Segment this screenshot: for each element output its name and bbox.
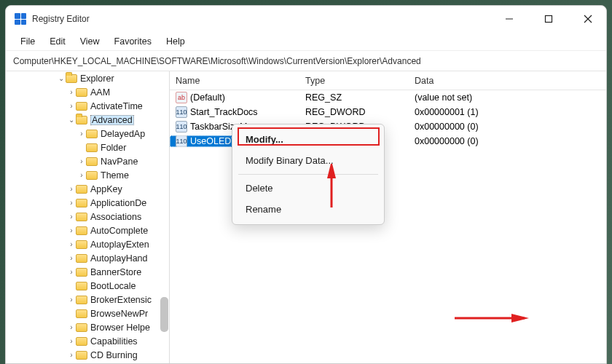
chevron-right-icon[interactable]: › xyxy=(67,268,76,276)
menu-favorites[interactable]: Favorites xyxy=(109,34,157,49)
ctx-rename[interactable]: Rename xyxy=(232,199,384,220)
folder-icon xyxy=(86,171,98,180)
close-button[interactable] xyxy=(571,7,605,31)
chevron-right-icon[interactable]: › xyxy=(67,337,76,345)
svg-rect-1 xyxy=(546,16,552,23)
folder-icon xyxy=(76,309,87,318)
tree-label: AAM xyxy=(90,87,110,98)
dword-value-icon: 110 xyxy=(176,121,187,132)
tree-node[interactable]: ›AutoplayExten xyxy=(6,237,169,251)
tree-label: NavPane xyxy=(101,157,138,167)
menu-edit[interactable]: Edit xyxy=(44,34,71,49)
menu-view[interactable]: View xyxy=(74,34,106,49)
cell-name: ab(Default) xyxy=(170,92,299,103)
menu-help[interactable]: Help xyxy=(160,34,191,49)
tree-node[interactable]: ›DelayedAp xyxy=(6,127,169,141)
column-headers[interactable]: Name Type Data xyxy=(170,71,606,90)
value-row[interactable]: ab(Default)REG_SZ(value not set) xyxy=(170,90,606,105)
tree-node[interactable]: ›BannerStore xyxy=(6,265,169,279)
tree-label: Theme xyxy=(101,170,129,181)
tree-node[interactable]: ›AutoComplete xyxy=(6,223,169,237)
value-name: Start_TrackDocs xyxy=(190,107,258,117)
tree-label: AutoplayHand xyxy=(90,253,148,264)
tree-node[interactable]: ›AppKey xyxy=(6,182,169,196)
tree-label: BootLocale xyxy=(90,281,136,291)
tree-label: ApplicationDe xyxy=(90,198,146,208)
tree-node[interactable]: ›AutoplayHand xyxy=(6,251,169,265)
menu-bar: File Edit View Favorites Help xyxy=(6,32,606,51)
chevron-right-icon[interactable]: › xyxy=(67,323,76,331)
tree-node[interactable]: ›Theme xyxy=(6,168,169,182)
tree-pane[interactable]: ⌄Explorer›AAM›ActivateTime⌄Advanced›Dela… xyxy=(6,71,170,363)
maximize-button[interactable] xyxy=(532,7,565,31)
folder-icon xyxy=(76,268,87,277)
tree-node[interactable]: ›ActivateTime xyxy=(6,99,169,113)
tree-label: Folder xyxy=(101,143,126,153)
cell-name: 110Start_TrackDocs xyxy=(170,106,299,118)
tree-label: Browser Helpe xyxy=(90,323,150,333)
dword-value-icon: 110 xyxy=(176,135,187,147)
ctx-modify-binary[interactable]: Modify Binary Data... xyxy=(232,150,384,171)
tree-label: DelayedAp xyxy=(101,129,145,139)
tree-node[interactable]: ›CD Burning xyxy=(6,348,169,362)
tree-node[interactable]: ›Capabilities xyxy=(6,334,169,348)
tree-label: Capabilities xyxy=(90,336,138,347)
tree-node[interactable]: ›Associations xyxy=(6,210,169,223)
col-name[interactable]: Name xyxy=(170,71,299,90)
tree-node[interactable]: ⌄Explorer xyxy=(6,71,169,85)
title-bar: Registry Editor xyxy=(6,6,606,32)
folder-icon xyxy=(86,157,98,166)
value-row[interactable]: 110Start_TrackDocsREG_DWORD0x00000001 (1… xyxy=(170,105,606,119)
regedit-icon xyxy=(15,13,26,25)
tree-label: CD Burning xyxy=(90,350,138,360)
chevron-down-icon[interactable]: ⌄ xyxy=(57,74,66,82)
chevron-right-icon[interactable]: › xyxy=(67,213,76,221)
cell-data: 0x00000000 (0) xyxy=(409,122,606,132)
tree-node[interactable]: ›BrokerExtensic xyxy=(6,293,169,306)
tree-node[interactable]: BrowseNewPr xyxy=(6,306,169,320)
tree-node[interactable]: ›CommandSto xyxy=(6,362,169,363)
tree-label: Explorer xyxy=(80,74,114,84)
tree-label: AutoplayExten xyxy=(90,240,149,250)
tree-node[interactable]: Folder xyxy=(6,141,169,154)
tree-node[interactable]: BootLocale xyxy=(6,279,169,293)
address-bar[interactable]: Computer\HKEY_LOCAL_MACHINE\SOFTWARE\Mic… xyxy=(6,51,606,71)
col-data[interactable]: Data xyxy=(409,71,606,90)
chevron-right-icon[interactable]: › xyxy=(67,240,76,248)
tree-label: BannerStore xyxy=(90,267,141,277)
chevron-right-icon[interactable]: › xyxy=(67,102,76,110)
tree-label: BrokerExtensic xyxy=(90,295,152,305)
col-type[interactable]: Type xyxy=(299,71,409,90)
dword-value-icon: 110 xyxy=(176,106,187,118)
ctx-delete[interactable]: Delete xyxy=(232,178,384,199)
minimize-button[interactable] xyxy=(493,7,526,31)
folder-icon xyxy=(76,337,87,346)
tree-label: Associations xyxy=(90,212,141,222)
chevron-right-icon[interactable]: › xyxy=(77,171,86,179)
tree-node[interactable]: ›NavPane xyxy=(6,154,169,168)
cell-data: 0x00000001 (1) xyxy=(409,107,606,117)
chevron-right-icon[interactable]: › xyxy=(67,254,76,262)
ctx-modify[interactable]: Modify... xyxy=(232,129,384,150)
address-text: Computer\HKEY_LOCAL_MACHINE\SOFTWARE\Mic… xyxy=(13,56,421,66)
chevron-right-icon[interactable]: › xyxy=(67,226,76,234)
chevron-down-icon[interactable]: ⌄ xyxy=(67,116,76,124)
folder-icon xyxy=(86,143,98,152)
folder-icon xyxy=(76,185,87,194)
chevron-right-icon[interactable]: › xyxy=(77,130,86,138)
chevron-right-icon[interactable]: › xyxy=(67,351,76,359)
folder-icon xyxy=(76,282,87,290)
chevron-right-icon[interactable]: › xyxy=(67,88,76,96)
chevron-right-icon[interactable]: › xyxy=(77,157,86,165)
tree-node[interactable]: ⌄Advanced xyxy=(6,113,169,127)
tree-node[interactable]: ›ApplicationDe xyxy=(6,196,169,210)
tree-node[interactable]: ›AAM xyxy=(6,85,169,99)
scrollbar-thumb[interactable] xyxy=(160,297,168,332)
ctx-separator xyxy=(238,174,378,175)
chevron-right-icon[interactable]: › xyxy=(67,199,76,207)
menu-file[interactable]: File xyxy=(15,34,41,49)
chevron-right-icon[interactable]: › xyxy=(67,296,76,304)
folder-icon xyxy=(76,226,87,235)
tree-node[interactable]: ›Browser Helpe xyxy=(6,320,169,334)
chevron-right-icon[interactable]: › xyxy=(67,185,76,193)
